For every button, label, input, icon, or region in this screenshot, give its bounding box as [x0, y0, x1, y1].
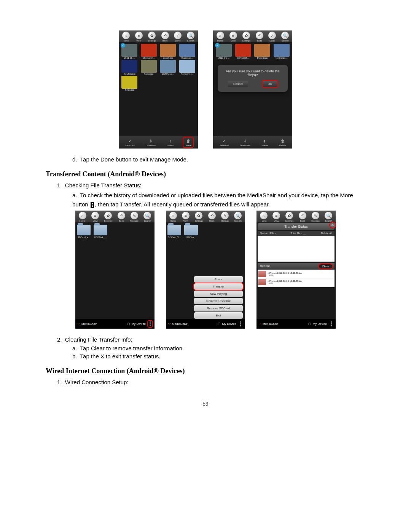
device-icon: ▢: [127, 322, 130, 326]
toolbar-settings[interactable]: ✿Settings: [104, 212, 113, 222]
screenshot-transfer-status: ⌂Home≡View✿Settings↶Back✎Manage🔍Search T…: [256, 211, 336, 329]
search-icon: 🔍: [281, 32, 289, 39]
thumbnail[interactable]: Hydrange...: [178, 44, 197, 59]
home-icon: ⌂: [260, 212, 268, 219]
folder[interactable]: USBDisk_...: [94, 225, 107, 238]
toolbar-home[interactable]: ⌂Home: [79, 212, 86, 222]
thumbnail[interactable]: Desert.jpg: [159, 44, 177, 59]
home-icon: ⌂: [122, 32, 130, 39]
toolbar-search[interactable]: 🔍Search: [234, 212, 242, 222]
thumbnail[interactable]: Hydrange...: [272, 44, 291, 59]
toolbar-view[interactable]: ≡View: [229, 32, 237, 42]
toolbar-home[interactable]: ⌂Home: [260, 212, 268, 222]
toolbar-view[interactable]: ≡View: [182, 212, 190, 222]
toolbar-settings[interactable]: ✿Settings: [242, 32, 250, 42]
menu-remove-sdcard[interactable]: Remove SDCard: [194, 305, 243, 312]
bottom-select-all[interactable]: ✓Select All: [218, 137, 231, 147]
toolbar-home[interactable]: ⌂Home: [169, 212, 177, 222]
toolbar-done[interactable]: ✓Done: [174, 32, 182, 42]
menu-about[interactable]: About: [194, 276, 243, 283]
search-icon: 🔍: [187, 32, 194, 39]
transfer-item[interactable]: ...Photos/2011-06-05 15.39.53.jpg1.46M: [258, 270, 334, 278]
view-icon: ≡: [272, 212, 280, 219]
search-icon: 🔍: [143, 212, 151, 219]
page-number: 59: [46, 401, 365, 407]
menu-now-playing[interactable]: Now Playing: [194, 291, 243, 297]
toolbar-search[interactable]: 🔍Search: [187, 32, 194, 42]
manage-icon: ✎: [221, 212, 229, 219]
step-1: 1. Checking File Transfer Status:: [57, 182, 365, 189]
thumbnail[interactable]: Desert.jpg: [253, 44, 272, 59]
more-button[interactable]: [239, 321, 243, 327]
toolbar-back[interactable]: ↶Back: [161, 32, 169, 42]
thumbnail[interactable]: Penguins.j...: [178, 60, 197, 75]
top-toolbar: ⌂Home≡View✿Settings↶Back✓Done🔍Search: [119, 30, 198, 42]
bottom-download[interactable]: ⇩Download: [144, 137, 158, 147]
toolbar-view[interactable]: ≡View: [135, 32, 143, 42]
settings-icon: ✿: [104, 212, 112, 219]
toolbar-done[interactable]: ✓Done: [268, 32, 276, 42]
toolbar-settings[interactable]: ✿Settings: [195, 212, 203, 222]
thumbnail[interactable]: 2011-06-...: [120, 44, 139, 59]
toolbar-manage[interactable]: ✎Manage: [130, 212, 139, 222]
bottom-delete[interactable]: 🗑Delete: [183, 137, 193, 147]
thumbnail[interactable]: Tulips.jpg: [120, 76, 139, 91]
view-icon: ≡: [182, 212, 190, 219]
toolbar-manage[interactable]: ✎Manage: [221, 212, 229, 222]
settings-icon: ✿: [285, 212, 293, 219]
thumbnail[interactable]: Jellyfish.jpg: [120, 60, 139, 75]
more-popup: AboutTransferNow PlayingRemove USBDiskRe…: [194, 276, 243, 319]
step-2b: b. Tap the X to exit transfer status.: [72, 353, 365, 359]
bottom-select-all[interactable]: ✓Select All: [124, 137, 136, 147]
toolbar-search[interactable]: 🔍Search: [325, 212, 332, 222]
clear-button[interactable]: Clear: [319, 264, 332, 268]
folder-icon: [94, 225, 107, 235]
back-icon: ↶: [161, 32, 169, 39]
delete-all-button[interactable]: Delete All: [321, 232, 332, 235]
screenshot-delete-confirm: ⌂Home≡View✿Settings↶Back✓Done🔍Search 201…: [213, 30, 292, 149]
thumbnail[interactable]: 2011-06-...: [215, 44, 233, 59]
toolbar-manage[interactable]: ✎Manage: [311, 212, 320, 222]
toolbar-home[interactable]: ⌂Home: [217, 32, 224, 42]
mediashair-label: MediaShair: [81, 322, 97, 326]
folder[interactable]: USBDisk_...: [184, 225, 198, 238]
bottom-toolbar: ✓Select All⇩Download⫾Status🗑Delete: [119, 136, 198, 149]
ok-button[interactable]: OK: [263, 81, 278, 87]
toolbar-back[interactable]: ↶Back: [118, 212, 125, 222]
thumbnail[interactable]: Koala.jpg: [140, 60, 158, 75]
done-icon: ✓: [174, 32, 182, 39]
toolbar-search[interactable]: 🔍Search: [281, 32, 289, 42]
toolbar-back[interactable]: ↶Back: [299, 212, 306, 222]
view-icon: ≡: [229, 32, 237, 39]
toolbar-settings[interactable]: ✿Settings: [285, 212, 294, 222]
folder[interactable]: SDCard_V...: [77, 225, 91, 238]
folder[interactable]: SDCard_V...: [167, 225, 181, 238]
thumbnail[interactable]: Chrysanth...: [234, 44, 253, 59]
toolbar-back[interactable]: ↶Back: [208, 212, 216, 222]
view-icon: ≡: [91, 212, 99, 219]
recent-label: Recent: [260, 264, 269, 268]
cancel-button[interactable]: Cancel: [228, 81, 248, 87]
menu-remove-usbdisk[interactable]: Remove USBDisk: [194, 298, 243, 304]
transfer-item[interactable]: ...Photos/2011-06-05 15.39.53.jpg1.46M: [258, 278, 334, 286]
home-icon: ⌂: [217, 32, 224, 39]
menu-transfer[interactable]: Transfer: [194, 283, 243, 290]
thumbnail[interactable]: Chrysanth...: [140, 44, 158, 59]
bottom-delete[interactable]: 🗑Delete: [278, 137, 287, 147]
bottom-download[interactable]: ⇩Download: [239, 137, 252, 147]
bottom-status[interactable]: ⫾Status: [260, 137, 269, 147]
close-icon[interactable]: ✕: [330, 222, 335, 228]
toolbar-settings[interactable]: ✿Settings: [148, 32, 156, 42]
toolbar-view[interactable]: ≡View: [272, 212, 280, 222]
toolbar-view[interactable]: ≡View: [91, 212, 99, 222]
more-button[interactable]: [329, 321, 333, 327]
toolbar-search[interactable]: 🔍Search: [143, 212, 151, 222]
back-icon: ↶: [256, 32, 263, 39]
dialog-message: Are you sure you want to delete the file…: [221, 69, 285, 77]
thumbnail[interactable]: Lighthous...: [159, 60, 177, 75]
toolbar-back[interactable]: ↶Back: [256, 32, 263, 42]
toolbar-home[interactable]: ⌂Home: [122, 32, 130, 42]
menu-exit[interactable]: Exit: [194, 312, 243, 319]
more-button[interactable]: [148, 321, 152, 327]
bottom-status[interactable]: ⫾Status: [166, 137, 175, 147]
